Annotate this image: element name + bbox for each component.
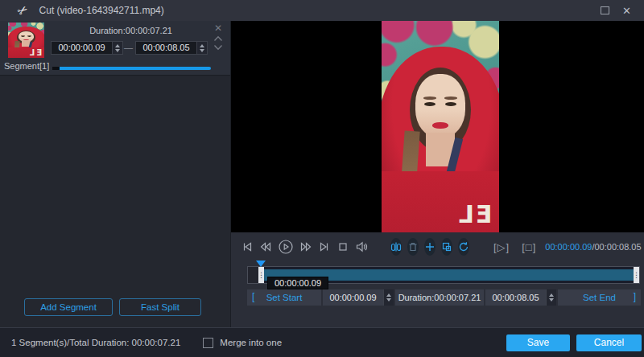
remove-segment-icon[interactable]: ✕: [214, 23, 222, 33]
save-button[interactable]: Save: [506, 334, 570, 351]
fast-split-button[interactable]: Fast Split: [119, 298, 201, 316]
trim-duration: Duration:00:00:07.21: [395, 289, 484, 306]
cut-dialog: ✂ Cut (video-1643942711.mp4) ✕ EL Durati…: [0, 0, 644, 357]
segment-name-label: Segment[1]: [4, 61, 49, 71]
face: [415, 74, 464, 137]
scissors-icon: ✂: [14, 2, 31, 19]
segment-row[interactable]: EL Duration:00:00:07.21 00:00:00.09 — 00…: [0, 21, 230, 76]
merge-label: Merge into one: [220, 338, 282, 347]
start-bracket: [: [252, 291, 254, 302]
segment-range-bar: [52, 67, 211, 70]
video-art: EL: [382, 21, 499, 232]
range-dash: —: [124, 43, 133, 52]
copy-button[interactable]: [441, 238, 452, 256]
set-end-label: Set End: [583, 293, 616, 302]
segment-thumbnail-art: EL: [8, 23, 44, 58]
shirt-letters: EL: [457, 200, 493, 228]
set-end-button[interactable]: Set End ]: [558, 289, 641, 306]
stepper-down-icon[interactable]: [200, 49, 204, 55]
merge-checkbox[interactable]: [203, 338, 213, 348]
total-time: /00:00:08.05: [592, 242, 641, 252]
stepper-down-icon[interactable]: [549, 298, 554, 304]
segment-row-controls: ✕: [213, 23, 223, 51]
titlebar: ✂ Cut (video-1643942711.mp4) ✕: [0, 0, 644, 21]
trim-start-value[interactable]: 00:00:00.09: [323, 293, 383, 302]
window-controls: ✕: [601, 6, 631, 16]
transport-bar: [▷] [□] 00:00:00.09/00:00:08.05: [241, 237, 639, 256]
volume-icon[interactable]: [355, 240, 369, 253]
trim-end-handle[interactable]: [634, 267, 639, 283]
play-segment-button[interactable]: [▷]: [493, 241, 510, 253]
time-display: 00:00:00.09/00:00:08.05: [545, 242, 641, 252]
reset-button[interactable]: [458, 238, 469, 256]
video-preview[interactable]: EL: [231, 21, 644, 232]
add-button[interactable]: [424, 238, 436, 256]
trim-start-input[interactable]: 00:00:00.09: [323, 289, 394, 306]
maximize-icon[interactable]: [601, 6, 609, 14]
playhead-marker[interactable]: [256, 261, 266, 267]
footer-bar: 1 Segment(s)/Total Duration: 00:00:07.21…: [0, 327, 644, 357]
stepper-down-icon[interactable]: [115, 49, 120, 55]
stepper-down-icon[interactable]: [386, 298, 391, 304]
playhead-tooltip: 00:00:00.09: [267, 277, 328, 289]
set-start-button[interactable]: [ Set Start: [247, 289, 321, 306]
fast-forward-icon[interactable]: [299, 240, 312, 253]
segment-end-stepper[interactable]: [196, 42, 207, 54]
trim-end-value[interactable]: 00:00:08.05: [485, 293, 546, 302]
segment-end-value[interactable]: 00:00:08.05: [136, 42, 196, 54]
stop-icon[interactable]: [336, 240, 349, 253]
previous-frame-icon[interactable]: [241, 240, 254, 253]
next-frame-icon[interactable]: [318, 240, 331, 253]
segment-duration-label: Duration:00:00:07.21: [51, 26, 211, 35]
segment-end-input[interactable]: 00:00:08.05: [135, 41, 208, 55]
trim-start-handle[interactable]: [258, 267, 264, 283]
set-start-label: Set Start: [266, 293, 303, 302]
stepper-up-icon[interactable]: [200, 42, 204, 47]
move-up-icon[interactable]: [213, 35, 223, 42]
cancel-button[interactable]: Cancel: [576, 334, 642, 351]
play-icon[interactable]: [278, 239, 294, 255]
stepper-up-icon[interactable]: [115, 42, 120, 47]
merge-option[interactable]: Merge into one: [203, 338, 282, 348]
close-icon[interactable]: ✕: [622, 6, 631, 16]
stepper-up-icon[interactable]: [549, 291, 554, 297]
split-button[interactable]: [390, 238, 402, 256]
add-segment-button[interactable]: Add Segment: [24, 298, 113, 316]
current-time: 00:00:00.09: [545, 242, 592, 252]
window-title: Cut (video-1643942711.mp4): [39, 5, 164, 16]
player-controls-panel: [▷] [□] 00:00:00.09/00:00:08.05 00:00:00…: [231, 232, 644, 327]
trim-end-input[interactable]: 00:00:08.05: [485, 289, 556, 306]
trim-start-stepper[interactable]: [383, 289, 394, 306]
segment-summary: 1 Segment(s)/Total Duration: 00:00:07.21: [11, 338, 180, 347]
trim-end-stepper[interactable]: [546, 289, 556, 306]
rewind-icon[interactable]: [259, 240, 272, 253]
trim-duration-label: Duration:00:00:07.21: [398, 293, 481, 302]
shirt-letters: EL: [28, 48, 42, 57]
move-down-icon[interactable]: [213, 44, 223, 51]
segment-start-input[interactable]: 00:00:00.09: [51, 41, 123, 55]
segment-start-stepper[interactable]: [112, 42, 122, 54]
segment-start-value[interactable]: 00:00:00.09: [52, 42, 112, 54]
stepper-up-icon[interactable]: [386, 291, 391, 297]
stop-segment-button[interactable]: [□]: [522, 241, 536, 253]
segment-thumbnail[interactable]: EL: [8, 23, 44, 58]
delete-button[interactable]: [407, 238, 419, 256]
segment-panel: EL Duration:00:00:07.21 00:00:00.09 — 00…: [0, 21, 231, 327]
trim-bar: [ Set Start 00:00:00.09 Duration:00:00:0…: [247, 289, 641, 306]
end-bracket: ]: [634, 291, 636, 302]
video-frame: EL: [382, 21, 499, 232]
